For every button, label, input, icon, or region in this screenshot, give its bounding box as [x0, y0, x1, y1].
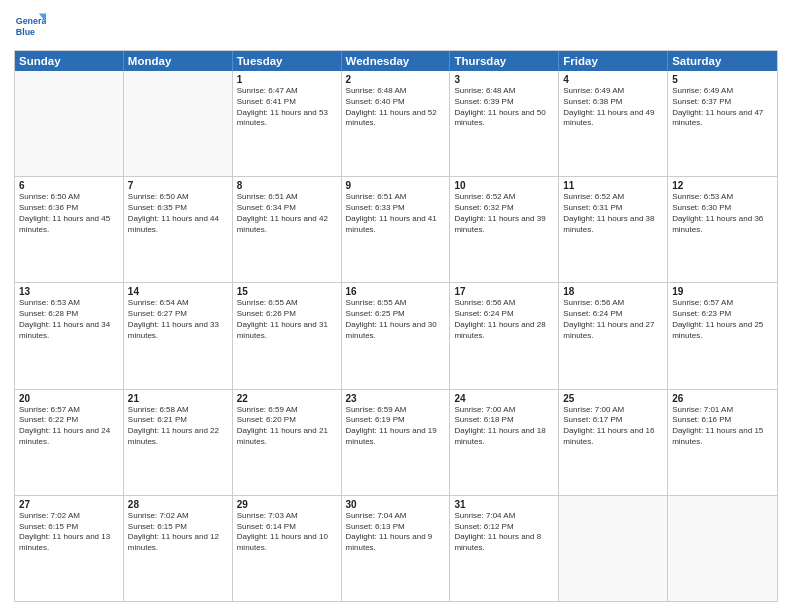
calendar-grid: SundayMondayTuesdayWednesdayThursdayFrid… [14, 50, 778, 602]
day-cell-20: 20Sunrise: 6:57 AM Sunset: 6:22 PM Dayli… [15, 390, 124, 495]
day-info: Sunrise: 6:47 AM Sunset: 6:41 PM Dayligh… [237, 86, 337, 129]
day-info: Sunrise: 6:50 AM Sunset: 6:36 PM Dayligh… [19, 192, 119, 235]
day-number: 30 [346, 499, 446, 510]
day-info: Sunrise: 6:51 AM Sunset: 6:34 PM Dayligh… [237, 192, 337, 235]
calendar-body: 1Sunrise: 6:47 AM Sunset: 6:41 PM Daylig… [15, 71, 777, 601]
day-info: Sunrise: 7:04 AM Sunset: 6:13 PM Dayligh… [346, 511, 446, 554]
empty-cell [668, 496, 777, 601]
day-info: Sunrise: 6:53 AM Sunset: 6:28 PM Dayligh… [19, 298, 119, 341]
logo: General Blue [14, 10, 50, 42]
page-header: General Blue [14, 10, 778, 42]
day-info: Sunrise: 6:57 AM Sunset: 6:23 PM Dayligh… [672, 298, 773, 341]
day-number: 29 [237, 499, 337, 510]
empty-cell [559, 496, 668, 601]
header-day-monday: Monday [124, 51, 233, 71]
day-cell-23: 23Sunrise: 6:59 AM Sunset: 6:19 PM Dayli… [342, 390, 451, 495]
day-number: 22 [237, 393, 337, 404]
calendar-row-2: 6Sunrise: 6:50 AM Sunset: 6:36 PM Daylig… [15, 176, 777, 282]
day-number: 26 [672, 393, 773, 404]
day-number: 7 [128, 180, 228, 191]
calendar-row-1: 1Sunrise: 6:47 AM Sunset: 6:41 PM Daylig… [15, 71, 777, 176]
calendar-page: General Blue SundayMondayTuesdayWednesda… [0, 0, 792, 612]
day-number: 11 [563, 180, 663, 191]
day-info: Sunrise: 7:00 AM Sunset: 6:17 PM Dayligh… [563, 405, 663, 448]
day-cell-15: 15Sunrise: 6:55 AM Sunset: 6:26 PM Dayli… [233, 283, 342, 388]
day-cell-12: 12Sunrise: 6:53 AM Sunset: 6:30 PM Dayli… [668, 177, 777, 282]
day-cell-18: 18Sunrise: 6:56 AM Sunset: 6:24 PM Dayli… [559, 283, 668, 388]
day-info: Sunrise: 6:59 AM Sunset: 6:19 PM Dayligh… [346, 405, 446, 448]
day-cell-30: 30Sunrise: 7:04 AM Sunset: 6:13 PM Dayli… [342, 496, 451, 601]
day-number: 8 [237, 180, 337, 191]
day-number: 3 [454, 74, 554, 85]
day-info: Sunrise: 6:57 AM Sunset: 6:22 PM Dayligh… [19, 405, 119, 448]
day-info: Sunrise: 6:53 AM Sunset: 6:30 PM Dayligh… [672, 192, 773, 235]
day-info: Sunrise: 6:50 AM Sunset: 6:35 PM Dayligh… [128, 192, 228, 235]
calendar-row-4: 20Sunrise: 6:57 AM Sunset: 6:22 PM Dayli… [15, 389, 777, 495]
day-cell-13: 13Sunrise: 6:53 AM Sunset: 6:28 PM Dayli… [15, 283, 124, 388]
day-cell-7: 7Sunrise: 6:50 AM Sunset: 6:35 PM Daylig… [124, 177, 233, 282]
day-info: Sunrise: 6:49 AM Sunset: 6:37 PM Dayligh… [672, 86, 773, 129]
empty-cell [15, 71, 124, 176]
day-cell-9: 9Sunrise: 6:51 AM Sunset: 6:33 PM Daylig… [342, 177, 451, 282]
day-info: Sunrise: 7:00 AM Sunset: 6:18 PM Dayligh… [454, 405, 554, 448]
day-info: Sunrise: 6:56 AM Sunset: 6:24 PM Dayligh… [563, 298, 663, 341]
day-cell-16: 16Sunrise: 6:55 AM Sunset: 6:25 PM Dayli… [342, 283, 451, 388]
day-number: 10 [454, 180, 554, 191]
day-cell-6: 6Sunrise: 6:50 AM Sunset: 6:36 PM Daylig… [15, 177, 124, 282]
day-info: Sunrise: 6:52 AM Sunset: 6:32 PM Dayligh… [454, 192, 554, 235]
day-number: 15 [237, 286, 337, 297]
day-cell-21: 21Sunrise: 6:58 AM Sunset: 6:21 PM Dayli… [124, 390, 233, 495]
day-cell-31: 31Sunrise: 7:04 AM Sunset: 6:12 PM Dayli… [450, 496, 559, 601]
day-cell-5: 5Sunrise: 6:49 AM Sunset: 6:37 PM Daylig… [668, 71, 777, 176]
day-info: Sunrise: 6:59 AM Sunset: 6:20 PM Dayligh… [237, 405, 337, 448]
day-number: 25 [563, 393, 663, 404]
day-number: 21 [128, 393, 228, 404]
day-number: 13 [19, 286, 119, 297]
day-cell-19: 19Sunrise: 6:57 AM Sunset: 6:23 PM Dayli… [668, 283, 777, 388]
header-day-thursday: Thursday [450, 51, 559, 71]
day-cell-8: 8Sunrise: 6:51 AM Sunset: 6:34 PM Daylig… [233, 177, 342, 282]
day-info: Sunrise: 6:48 AM Sunset: 6:39 PM Dayligh… [454, 86, 554, 129]
day-cell-29: 29Sunrise: 7:03 AM Sunset: 6:14 PM Dayli… [233, 496, 342, 601]
day-cell-14: 14Sunrise: 6:54 AM Sunset: 6:27 PM Dayli… [124, 283, 233, 388]
header-day-wednesday: Wednesday [342, 51, 451, 71]
day-number: 17 [454, 286, 554, 297]
calendar-row-5: 27Sunrise: 7:02 AM Sunset: 6:15 PM Dayli… [15, 495, 777, 601]
day-number: 2 [346, 74, 446, 85]
day-number: 14 [128, 286, 228, 297]
header-day-tuesday: Tuesday [233, 51, 342, 71]
day-number: 23 [346, 393, 446, 404]
day-cell-28: 28Sunrise: 7:02 AM Sunset: 6:15 PM Dayli… [124, 496, 233, 601]
day-cell-11: 11Sunrise: 6:52 AM Sunset: 6:31 PM Dayli… [559, 177, 668, 282]
day-number: 24 [454, 393, 554, 404]
day-cell-24: 24Sunrise: 7:00 AM Sunset: 6:18 PM Dayli… [450, 390, 559, 495]
day-number: 1 [237, 74, 337, 85]
day-cell-26: 26Sunrise: 7:01 AM Sunset: 6:16 PM Dayli… [668, 390, 777, 495]
day-cell-17: 17Sunrise: 6:56 AM Sunset: 6:24 PM Dayli… [450, 283, 559, 388]
day-info: Sunrise: 7:04 AM Sunset: 6:12 PM Dayligh… [454, 511, 554, 554]
svg-text:General: General [16, 16, 46, 26]
day-cell-10: 10Sunrise: 6:52 AM Sunset: 6:32 PM Dayli… [450, 177, 559, 282]
header-day-sunday: Sunday [15, 51, 124, 71]
day-number: 6 [19, 180, 119, 191]
day-cell-25: 25Sunrise: 7:00 AM Sunset: 6:17 PM Dayli… [559, 390, 668, 495]
day-number: 4 [563, 74, 663, 85]
day-number: 28 [128, 499, 228, 510]
day-cell-4: 4Sunrise: 6:49 AM Sunset: 6:38 PM Daylig… [559, 71, 668, 176]
logo-icon: General Blue [14, 10, 46, 42]
day-number: 5 [672, 74, 773, 85]
day-number: 12 [672, 180, 773, 191]
day-info: Sunrise: 6:58 AM Sunset: 6:21 PM Dayligh… [128, 405, 228, 448]
day-info: Sunrise: 6:52 AM Sunset: 6:31 PM Dayligh… [563, 192, 663, 235]
day-cell-1: 1Sunrise: 6:47 AM Sunset: 6:41 PM Daylig… [233, 71, 342, 176]
day-info: Sunrise: 7:02 AM Sunset: 6:15 PM Dayligh… [19, 511, 119, 554]
calendar-row-3: 13Sunrise: 6:53 AM Sunset: 6:28 PM Dayli… [15, 282, 777, 388]
day-cell-22: 22Sunrise: 6:59 AM Sunset: 6:20 PM Dayli… [233, 390, 342, 495]
day-info: Sunrise: 7:01 AM Sunset: 6:16 PM Dayligh… [672, 405, 773, 448]
day-cell-27: 27Sunrise: 7:02 AM Sunset: 6:15 PM Dayli… [15, 496, 124, 601]
day-number: 31 [454, 499, 554, 510]
day-cell-2: 2Sunrise: 6:48 AM Sunset: 6:40 PM Daylig… [342, 71, 451, 176]
day-info: Sunrise: 6:54 AM Sunset: 6:27 PM Dayligh… [128, 298, 228, 341]
day-info: Sunrise: 7:03 AM Sunset: 6:14 PM Dayligh… [237, 511, 337, 554]
day-number: 19 [672, 286, 773, 297]
